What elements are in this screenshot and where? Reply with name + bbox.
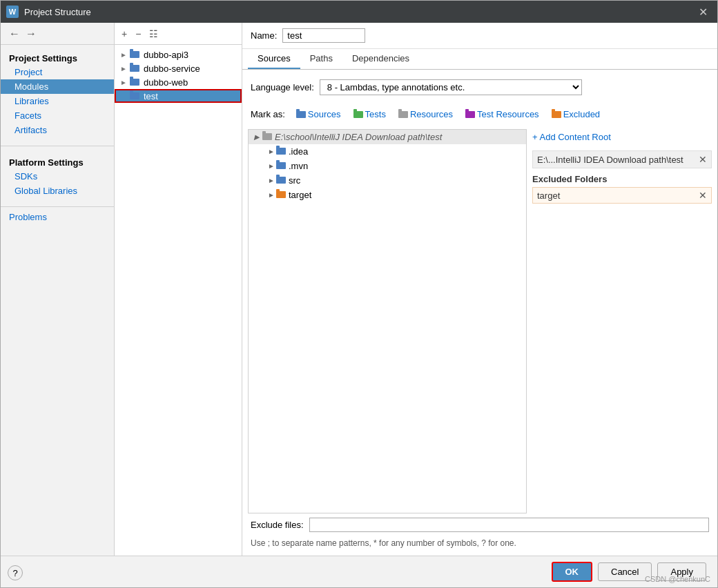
exclude-files-hint: Use ; to separate name patterns, * for a… [248,536,712,550]
remove-module-button[interactable]: − [133,27,144,41]
file-tree-item-src[interactable]: ► src [249,173,526,188]
platform-settings-title: Platform Settings [1,155,114,169]
mark-sources-button[interactable]: Sources [292,108,345,121]
content-area: ▶ E:\school\IntelliJ IDEA Download path\… [248,129,712,513]
project-structure-dialog: W Project Structure ✕ ← → Project Settin… [0,0,718,588]
lang-level-label: Language level: [251,82,314,92]
idea-arrow: ► [268,148,276,155]
excluded-folder-icon [552,111,561,118]
app-icon: W [6,6,19,18]
target-folder-icon [276,190,286,200]
sidebar-item-sdks[interactable]: SDKs [1,169,114,184]
title-bar: W Project Structure ✕ [1,1,717,23]
sidebar-item-libraries[interactable]: Libraries [1,94,114,108]
ok-button[interactable]: OK [552,562,593,582]
sidebar-item-modules[interactable]: Modules [1,79,114,94]
watermark: CSDN @chenkunC [645,575,710,583]
add-module-button[interactable]: + [119,27,130,41]
sidebar-item-facets[interactable]: Facets [1,108,114,123]
platform-settings-section: Platform Settings SDKs Global Libraries [1,149,114,204]
right-panel: Name: Sources Paths Dependencies Languag… [242,23,717,556]
src-label: src [289,175,300,186]
file-tree-item-target[interactable]: ► target [249,188,526,202]
module-item-dubbo-service[interactable]: ► dubbo-service [115,61,242,75]
sources-panel: Language level: 8 - Lambdas, type annota… [242,70,717,556]
mark-sources-label: Sources [308,109,341,119]
mvn-label: .mvn [289,161,308,171]
forward-button[interactable]: → [23,26,39,41]
module-item-test[interactable]: test [115,89,242,103]
tab-paths[interactable]: Paths [300,49,342,69]
nav-separator [1,146,114,146]
cancel-button[interactable]: Cancel [598,562,652,581]
exclude-files-label: Exclude files: [251,520,304,530]
window-title: Project Structure [24,7,695,17]
content-root-path-label: E:\...IntelliJ IDEA Download path\test [537,155,683,165]
name-label: Name: [251,30,277,41]
mark-excluded-label: Excluded [563,109,600,119]
name-input[interactable] [282,28,365,43]
copy-module-button[interactable]: ☷ [146,27,161,41]
lang-level-row: Language level: 8 - Lambdas, type annota… [248,75,712,99]
tab-sources[interactable]: Sources [248,49,300,69]
file-tree-root[interactable]: ▶ E:\school\IntelliJ IDEA Download path\… [249,130,526,144]
mark-tests-button[interactable]: Tests [349,108,390,121]
content-root-path: E:\...IntelliJ IDEA Download path\test ✕ [532,150,712,168]
mid-toolbar: + − ☷ [115,23,242,45]
test-resources-folder-icon [465,111,475,118]
sidebar-item-global-libraries[interactable]: Global Libraries [1,184,114,198]
mark-excluded-button[interactable]: Excluded [547,108,604,121]
folder-icon [128,63,141,74]
exclude-files-input[interactable] [309,518,709,532]
file-tree: ▶ E:\school\IntelliJ IDEA Download path\… [248,129,527,513]
sidebar-item-problems[interactable]: Problems [1,210,114,224]
left-toolbar: ← → [1,23,114,45]
mark-as-row: Mark as: Sources Tests Resources [248,105,712,124]
src-folder-icon [276,175,286,186]
help-label: ? [12,568,17,578]
mvn-arrow: ► [268,162,276,170]
idea-label: .idea [289,146,308,157]
module-item-dubbo-web[interactable]: ► dubbo-web [115,75,242,89]
main-content: ← → Project Settings Project Modules Lib… [1,23,717,556]
lang-level-select[interactable]: 8 - Lambdas, type annotations etc. [320,79,582,95]
file-tree-item-idea[interactable]: ► .idea [249,144,526,159]
resources-folder-icon [398,111,408,118]
idea-folder-icon [276,146,286,157]
right-info-panel: + Add Content Root E:\...IntelliJ IDEA D… [532,129,712,513]
excluded-folder-remove-button[interactable]: ✕ [699,190,707,201]
module-item-dubbo-api3[interactable]: ► dubbo-api3 [115,48,242,61]
excluded-folder-target: target ✕ [532,187,712,204]
mark-test-resources-label: Test Resources [477,109,539,119]
back-button[interactable]: ← [6,26,23,41]
content-root-close-button[interactable]: ✕ [699,154,707,165]
folder-icon [128,90,141,101]
module-label: dubbo-web [144,77,188,88]
mark-test-resources-button[interactable]: Test Resources [461,108,543,121]
arrow-icon: ► [120,51,128,59]
arrow-icon: ► [120,79,128,86]
module-tree: ► dubbo-api3 ► dubbo-service ► dubbo-web [115,45,242,556]
src-arrow: ► [268,177,276,184]
close-button[interactable]: ✕ [695,4,712,20]
module-label: dubbo-service [144,63,200,74]
tab-dependencies[interactable]: Dependencies [342,49,419,69]
help-button[interactable]: ? [8,565,23,580]
root-arrow: ▶ [254,133,262,141]
nav-separator-2 [1,206,114,207]
excluded-folders-title: Excluded Folders [532,174,712,184]
mark-resources-button[interactable]: Resources [394,108,457,121]
project-settings-section: Project Settings Project Modules Librari… [1,45,114,143]
file-tree-item-mvn[interactable]: ► .mvn [249,159,526,173]
tests-folder-icon [353,111,363,118]
root-path: E:\school\IntelliJ IDEA Download path\te… [275,132,442,142]
sidebar-item-artifacts[interactable]: Artifacts [1,123,114,137]
sidebar-item-project[interactable]: Project [1,65,114,79]
module-label: dubbo-api3 [144,50,188,60]
root-folder-icon [262,132,272,142]
project-settings-title: Project Settings [1,50,114,65]
mark-resources-label: Resources [410,109,453,119]
mark-as-label: Mark as: [251,109,285,119]
add-content-root-button[interactable]: + Add Content Root [532,129,712,145]
target-arrow: ► [268,191,276,199]
